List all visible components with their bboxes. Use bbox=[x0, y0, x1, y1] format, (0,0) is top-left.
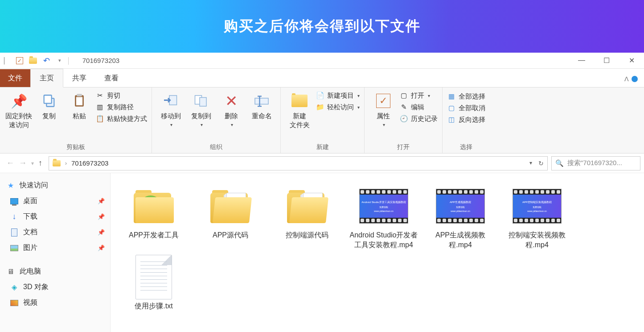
copy-path-button[interactable]: ▥复制路径 bbox=[95, 103, 147, 112]
tab-file[interactable]: 文件 bbox=[0, 69, 30, 87]
svg-rect-4 bbox=[77, 94, 82, 96]
address-bar[interactable]: › 7016973203 ▾ ↻ bbox=[49, 156, 548, 170]
video-icon bbox=[10, 299, 19, 307]
new-item-button[interactable]: 📄新建项目▾ bbox=[316, 91, 360, 100]
pin-icon: 📌 bbox=[98, 245, 105, 251]
search-placeholder: 搜索"701697320... bbox=[567, 159, 622, 167]
file-thumbnail: APP生成视频教程免费领取www.yidianzixun.cn bbox=[436, 185, 485, 228]
close-button[interactable]: ✕ bbox=[626, 56, 637, 65]
ribbon-group-open: ✓ 属性 ▾ ▢打开▾ ✎编辑 🕘历史记录 打开 bbox=[365, 87, 443, 153]
file-item[interactable]: 控制端源代码 bbox=[272, 185, 342, 250]
group-label-select: 选择 bbox=[447, 142, 485, 151]
search-box[interactable]: 🔍 搜索"701697320... bbox=[551, 156, 640, 170]
sidebar-item-this-pc[interactable]: 🖥 此电脑 bbox=[0, 264, 110, 279]
help-icon bbox=[632, 76, 638, 82]
scissors-icon: ✂ bbox=[95, 91, 104, 100]
sidebar-item-documents[interactable]: 文档 📌 bbox=[0, 224, 110, 240]
svg-rect-1 bbox=[44, 95, 52, 103]
folder-icon[interactable] bbox=[29, 56, 37, 65]
undo-icon[interactable]: ↶ bbox=[42, 56, 51, 65]
pin-to-quick-access-button[interactable]: 📌 固定到快 速访问 bbox=[4, 90, 33, 129]
properties-icon: ✓ bbox=[374, 92, 392, 110]
copy-to-label: 复制到 bbox=[191, 112, 211, 120]
file-item[interactable]: ⎋APP开发者工具 bbox=[119, 185, 189, 250]
rename-button[interactable]: 重命名 bbox=[247, 90, 276, 120]
file-item[interactable]: APP生成视频教程免费领取www.yidianzixun.cnAPP生成视频教程… bbox=[425, 185, 496, 250]
refresh-button[interactable]: ↻ bbox=[538, 160, 544, 167]
history-button[interactable]: 🕘历史记录 bbox=[399, 114, 438, 123]
cut-button[interactable]: ✂剪切 bbox=[95, 91, 147, 100]
paste-label: 粘贴 bbox=[73, 112, 86, 120]
sidebar-item-downloads[interactable]: ↓ 下载 📌 bbox=[0, 209, 110, 224]
minimize-button[interactable]: — bbox=[576, 56, 587, 65]
address-dropdown-icon[interactable]: ▾ bbox=[529, 160, 532, 167]
file-thumbnail: ⎋ bbox=[129, 185, 178, 228]
sidebar-nav: ★ 快速访问 桌面 📌 ↓ 下载 📌 文档 📌 图片 📌 🖥 此电脑 bbox=[0, 173, 111, 332]
properties-label: 属性 bbox=[377, 112, 390, 120]
search-icon: 🔍 bbox=[555, 159, 564, 167]
nav-recent-dropdown[interactable]: ▾ bbox=[31, 160, 34, 166]
workspace: ★ 快速访问 桌面 📌 ↓ 下载 📌 文档 📌 图片 📌 🖥 此电脑 bbox=[0, 173, 644, 332]
breadcrumb[interactable]: 7016973203 bbox=[71, 159, 108, 167]
select-small-buttons: ▦全部选择 ▢全部取消 ◫反向选择 bbox=[447, 90, 485, 124]
delete-button[interactable]: ✕ 删除 ▾ bbox=[217, 90, 246, 127]
sidebar-item-pictures[interactable]: 图片 📌 bbox=[0, 240, 110, 256]
file-name: APP开发者工具 bbox=[129, 230, 179, 240]
cube-icon: ◈ bbox=[10, 283, 19, 292]
ribbon-group-new: 新建 文件夹 📄新建项目▾ 📁轻松访问▾ 新建 bbox=[281, 87, 365, 153]
rename-label: 重命名 bbox=[252, 112, 272, 120]
ribbon-collapse-button[interactable]: ᐱ bbox=[618, 75, 644, 87]
nav-arrows: ← → ▾ ↑ bbox=[4, 158, 45, 168]
clipboard-icon bbox=[70, 92, 88, 110]
nav-back-button[interactable]: ← bbox=[6, 158, 14, 168]
properties-checkbox-icon[interactable]: ✓ bbox=[15, 56, 24, 65]
sidebar-item-videos[interactable]: 视频 bbox=[0, 295, 110, 311]
invert-selection-button[interactable]: ◫反向选择 bbox=[447, 115, 485, 124]
pin-icon: 📌 bbox=[98, 213, 105, 220]
sidebar-item-3d-objects[interactable]: ◈ 3D 对象 bbox=[0, 279, 110, 295]
ribbon-group-clipboard: 📌 固定到快 速访问 复制 粘贴 ✂剪切 ▥复制路径 📋粘贴快捷方式 剪贴板 bbox=[0, 87, 152, 153]
pin-icon: 📌 bbox=[10, 92, 28, 110]
move-to-icon bbox=[162, 92, 180, 110]
file-item[interactable]: APP源代码 bbox=[195, 185, 266, 250]
pin-icon: 📌 bbox=[98, 229, 105, 236]
maximize-button[interactable]: ☐ bbox=[601, 56, 612, 65]
select-all-button[interactable]: ▦全部选择 bbox=[447, 92, 485, 101]
banner-text: 购买之后你将会得到以下文件 bbox=[224, 17, 421, 36]
file-item[interactable]: Android Studio开发工具安装视频教程免费领取www.yidianzi… bbox=[349, 185, 419, 250]
sidebar-item-quick-access[interactable]: ★ 快速访问 bbox=[0, 178, 110, 193]
tab-home[interactable]: 主页 bbox=[30, 69, 63, 87]
edit-icon: ✎ bbox=[399, 103, 408, 112]
copy-path-icon: ▥ bbox=[95, 103, 104, 112]
move-to-button[interactable]: 移动到 ▾ bbox=[156, 90, 185, 127]
new-folder-icon bbox=[291, 92, 308, 110]
nav-forward-button[interactable]: → bbox=[19, 158, 27, 168]
qat-dropdown-icon[interactable]: ▾ bbox=[55, 56, 64, 65]
edit-button[interactable]: ✎编辑 bbox=[399, 103, 438, 112]
ribbon: 📌 固定到快 速访问 复制 粘贴 ✂剪切 ▥复制路径 📋粘贴快捷方式 剪贴板 bbox=[0, 87, 644, 154]
sidebar-item-desktop[interactable]: 桌面 📌 bbox=[0, 193, 110, 209]
file-item[interactable]: APP控制端安装视频教程免费领取www.yidianzixun.cn控制端安装视… bbox=[502, 185, 572, 250]
tab-share[interactable]: 共享 bbox=[63, 69, 95, 87]
rename-icon bbox=[253, 92, 271, 110]
copy-to-button[interactable]: 复制到 ▾ bbox=[187, 90, 215, 127]
tab-view[interactable]: 查看 bbox=[95, 69, 127, 87]
select-none-button[interactable]: ▢全部取消 bbox=[447, 104, 485, 112]
chevron-down-icon: ▾ bbox=[357, 93, 360, 98]
paste-button[interactable]: 粘贴 bbox=[65, 90, 94, 120]
file-name: APP生成视频教程.mp4 bbox=[425, 230, 496, 250]
open-button[interactable]: ▢打开▾ bbox=[399, 91, 438, 100]
file-thumbnail: Android Studio开发工具安装视频教程免费领取www.yidianzi… bbox=[359, 185, 408, 228]
properties-button[interactable]: ✓ 属性 ▾ bbox=[369, 90, 398, 127]
desktop-icon bbox=[10, 197, 19, 206]
nav-up-button[interactable]: ↑ bbox=[38, 158, 42, 168]
chevron-down-icon: ▾ bbox=[201, 122, 203, 127]
paste-shortcut-button[interactable]: 📋粘贴快捷方式 bbox=[95, 114, 147, 123]
easy-access-button[interactable]: 📁轻松访问▾ bbox=[316, 103, 360, 112]
file-grid[interactable]: ⎋APP开发者工具APP源代码控制端源代码Android Studio开发工具安… bbox=[111, 173, 644, 332]
new-small-buttons: 📄新建项目▾ 📁轻松访问▾ bbox=[316, 90, 360, 112]
group-label-new: 新建 bbox=[285, 142, 360, 151]
copy-button[interactable]: 复制 bbox=[35, 90, 63, 120]
file-item[interactable]: 使用步骤.txt bbox=[119, 256, 189, 311]
new-folder-button[interactable]: 新建 文件夹 bbox=[285, 90, 314, 129]
